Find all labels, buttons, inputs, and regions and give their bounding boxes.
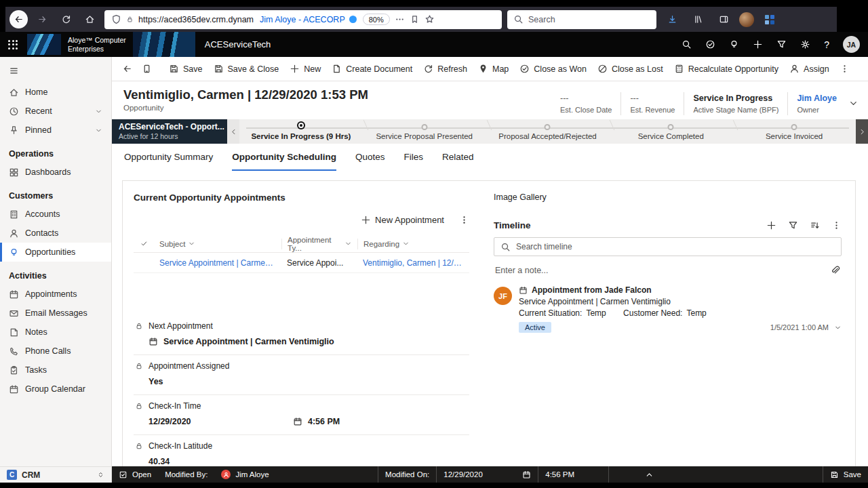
modified-on-date-field[interactable]: 12/29/2020 (436, 466, 538, 483)
settings-gear-icon[interactable] (800, 39, 810, 49)
address-bar[interactable]: https://aced365dev.crm.dynam Jim Aloye -… (104, 10, 502, 29)
timeline-sort-icon[interactable] (810, 220, 820, 230)
apps-grid-icon[interactable] (760, 10, 780, 29)
form-selector-icon[interactable] (137, 60, 157, 78)
save-button-statusbar[interactable]: Save (823, 466, 868, 483)
sidebar-item-phone-calls[interactable]: Phone Calls (0, 342, 111, 361)
calendar-icon[interactable] (522, 470, 531, 479)
quick-create-plus-icon[interactable] (753, 39, 763, 49)
timeline-more-icon[interactable] (831, 220, 842, 230)
sidebar-item-pinned[interactable]: Pinned (0, 121, 111, 140)
save-button[interactable]: Save (163, 60, 208, 78)
close-as-lost-button[interactable]: Close as Lost (592, 60, 669, 78)
refresh-button[interactable]: Refresh (418, 60, 473, 78)
tab-related[interactable]: Related (442, 152, 474, 171)
note-input[interactable]: Enter a note... (494, 265, 842, 275)
sidebar-item-home[interactable]: Home (0, 83, 111, 102)
lightbulb-icon[interactable] (729, 39, 739, 49)
waffle-menu-icon[interactable] (8, 40, 18, 49)
bpf-next-button[interactable] (856, 119, 868, 144)
sidebar-item-dashboards[interactable]: Dashboards (0, 163, 111, 182)
browser-search[interactable] (507, 10, 656, 29)
close-as-won-button[interactable]: Close as Won (514, 60, 592, 78)
area-switcher-chevrons-icon[interactable] (97, 471, 104, 479)
map-button[interactable]: Map (473, 60, 514, 78)
sidebar-item-email-messages[interactable]: Email Messages (0, 304, 111, 323)
sidebar-item-group-calendar[interactable]: Group Calendar (0, 380, 111, 399)
browser-refresh-button[interactable] (57, 10, 75, 28)
column-header-regarding[interactable]: Regarding (357, 239, 469, 249)
check-circle-icon[interactable] (705, 39, 715, 49)
sidebar-item-appointments[interactable]: Appointments (0, 285, 111, 304)
chevron-down-icon[interactable] (95, 127, 102, 134)
bpf-previous-button[interactable] (227, 119, 239, 144)
paperclip-icon[interactable] (830, 265, 840, 275)
sidebar-item-recent[interactable]: Recent (0, 102, 111, 121)
column-header-appointment-type[interactable]: Appointment Ty... (281, 239, 357, 249)
entry-title: Appointment from Jade Falcon (532, 285, 652, 295)
back-button[interactable] (117, 60, 137, 78)
recalculate-opportunity-button[interactable]: Recalculate Opportunity (669, 60, 784, 78)
browser-back-button[interactable] (9, 10, 28, 28)
tab-quotes[interactable]: Quotes (355, 152, 385, 171)
url-text: https://aced365dev.crm.dynam (138, 15, 254, 24)
sidebar-item-tasks[interactable]: Tasks (0, 361, 111, 380)
sidebar-collapse-button[interactable] (0, 60, 111, 81)
modified-on-time-field[interactable]: 4:56 PM (538, 466, 608, 483)
bpf-active-stage-card[interactable]: ACEServiceTech - Opport... Active for 12… (112, 119, 227, 144)
help-icon[interactable]: ? (824, 40, 829, 49)
bpf-stage-service-completed[interactable]: Service Completed (609, 119, 732, 144)
global-search-icon[interactable] (682, 39, 692, 49)
page-actions-icon[interactable] (395, 14, 405, 24)
downloads-icon[interactable] (662, 10, 682, 29)
library-icon[interactable] (688, 10, 708, 29)
modified-by-value[interactable]: Jim Aloye (214, 466, 275, 483)
select-all-checkbox[interactable] (134, 240, 154, 247)
browser-search-input[interactable] (528, 15, 650, 24)
appointment-regarding-link[interactable]: Ventimiglio, Carmen | 12/29/2020 1: (357, 258, 469, 268)
more-commands-button[interactable] (835, 60, 854, 78)
zoom-indicator[interactable]: 80% (363, 14, 390, 25)
tab-opportunity-scheduling[interactable]: Opportunity Scheduling (232, 152, 336, 171)
chevron-down-icon[interactable] (95, 108, 102, 115)
timeline-search[interactable] (494, 237, 842, 256)
bookmark-star-icon[interactable] (425, 14, 435, 24)
bpf-stage-service-proposal-presented[interactable]: Service Proposal Presented (363, 119, 486, 144)
browser-home-button[interactable] (81, 10, 99, 28)
collapse-header-chevron-icon[interactable] (848, 98, 859, 108)
filter-icon[interactable] (776, 39, 787, 49)
bpf-stage-service-invoiced[interactable]: Service Invoiced (732, 119, 856, 144)
appointment-subject-link[interactable]: Service Appointment | Carmen Ventimi (154, 258, 281, 268)
create-document-button[interactable]: Create Document (326, 60, 418, 78)
sidebar-item-contacts[interactable]: Contacts (0, 224, 111, 243)
grid-more-commands-icon[interactable] (459, 215, 469, 225)
browser-profile-avatar[interactable] (739, 12, 754, 27)
user-avatar[interactable]: JA (843, 36, 860, 53)
bpf-stage-proposal-accepted-rejected[interactable]: Proposal Accepted/Rejected (486, 119, 610, 144)
sidebar-toggle-icon[interactable] (713, 10, 734, 29)
pocket-icon[interactable] (410, 14, 420, 24)
tab-opportunity-summary[interactable]: Opportunity Summary (124, 152, 213, 171)
tab-files[interactable]: Files (404, 152, 424, 171)
timeline-search-input[interactable] (516, 242, 835, 251)
save-and-close-button[interactable]: Save & Close (208, 60, 285, 78)
command-bar: Save Save & Close New Create Document Re… (112, 57, 868, 81)
owner-link[interactable]: Jim Aloye (797, 94, 837, 104)
timeline-add-icon[interactable] (766, 220, 776, 230)
timeline-filter-icon[interactable] (788, 220, 798, 230)
new-button[interactable]: New (284, 60, 326, 78)
area-switcher[interactable]: C CRM (0, 466, 111, 483)
bpf-stage-service-in-progress[interactable]: Service In Progress (9 Hrs) (239, 119, 363, 144)
new-appointment-button[interactable]: New Appointment (355, 211, 450, 228)
label: Modified On: (385, 470, 429, 479)
timeline-entry[interactable]: JF Appointment from Jade Falcon Service … (494, 285, 842, 333)
sidebar-item-notes[interactable]: Notes (0, 323, 111, 342)
sidebar-item-opportunities[interactable]: Opportunities (0, 243, 111, 262)
appointment-row[interactable]: Service Appointment | Carmen Ventimi Ser… (134, 253, 469, 273)
entry-expand-chevron-icon[interactable] (834, 324, 842, 331)
collapse-statusbar-chevron[interactable] (608, 466, 690, 483)
column-header-subject[interactable]: Subject (154, 239, 281, 249)
assign-button[interactable]: Assign (784, 60, 835, 78)
browser-forward-button[interactable] (33, 10, 52, 28)
sidebar-item-accounts[interactable]: Accounts (0, 205, 111, 224)
